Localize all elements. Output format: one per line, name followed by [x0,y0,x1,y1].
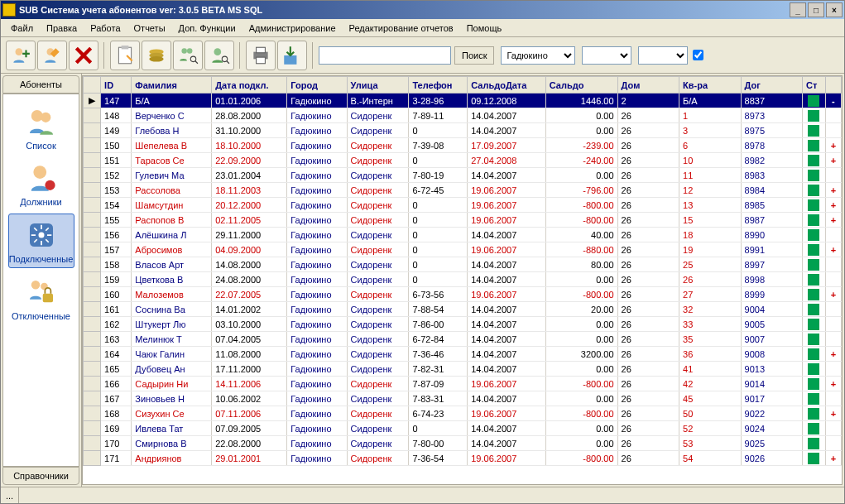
table-row[interactable]: 158Власов Арт14.08.2000ГадюкиноСидоренк0… [84,257,842,272]
table-row[interactable]: 164Чаюк Галин11.08.2000ГадюкиноСидоренк7… [84,347,842,362]
sidebar-item-disconnected[interactable]: Отключенные [8,271,74,324]
cell-flat: 26 [679,272,741,287]
sidebar-item-list[interactable]: Список [8,101,74,154]
cell-date: 18.10.2000 [212,138,287,153]
col-flat[interactable]: Кв-ра [679,77,741,94]
row-indicator [84,347,101,362]
maximize-button[interactable]: □ [808,2,824,17]
table-row[interactable]: 171Андриянов29.01.2001ГадюкиноСидоренк7-… [84,451,842,466]
table-row[interactable]: 161Соснина Ва14.01.2002ГадюкиноСидоренк7… [84,302,842,317]
menu-admin[interactable]: Администрирование [242,21,343,36]
table-row[interactable]: 170Смирнова В22.08.2000ГадюкиноСидоренк7… [84,436,842,451]
col-date[interactable]: Дата подкл. [212,77,287,94]
cell-street: Сидоренк [347,377,409,391]
col-saldo-date[interactable]: СальдоДата [468,77,545,94]
table-row[interactable]: 155Распопов В02.11.2005ГадюкиноСидоренк0… [84,213,842,228]
close-button[interactable]: × [826,2,843,17]
menu-reports[interactable]: Отчеты [127,21,172,36]
table-row[interactable]: ▶147Б/А01.01.2006ГадюкиноВ.-Интерн3-28-9… [84,94,842,108]
cell-date: 07.11.2006 [212,406,287,421]
cell-street: Сидоренк [347,287,409,302]
filter-checkbox[interactable] [693,50,703,60]
cell-flag: + [825,153,841,168]
table-row[interactable]: 168Сизухин Се07.11.2006ГадюкиноСидоренк6… [84,406,842,421]
city-combo[interactable]: Гадюкино [501,46,575,65]
sidebar-item-label: Список [26,141,56,151]
data-grid[interactable]: ID Фамилия Дата подкл. Город Улица Телеф… [82,75,843,485]
cell-house: 26 [617,451,679,466]
delete-button[interactable] [69,41,98,70]
row-indicator [84,421,101,436]
cell-flag: + [825,138,841,153]
cell-flag [825,421,841,436]
table-row[interactable]: 163Мелинюк Т07.04.2005ГадюкиноСидоренк6-… [84,332,842,347]
cell-status [803,213,826,228]
menu-work[interactable]: Работа [84,21,127,36]
search-input[interactable] [319,46,451,65]
menu-edit[interactable]: Правка [40,21,84,36]
table-row[interactable]: 169Ивлева Тат07.09.2005ГадюкиноСидоренк0… [84,421,842,436]
table-row[interactable]: 162Штукерт Лю03.10.2000ГадюкиноСидоренк7… [84,317,842,332]
table-row[interactable]: 157Абросимов04.09.2000ГадюкиноСидоренк01… [84,242,842,257]
sidebar-item-debtors[interactable]: Должники [8,157,74,210]
svg-point-18 [33,166,46,179]
cell-house: 26 [617,153,679,168]
table-row[interactable]: 153Рассолова18.11.2003ГадюкиноСидоренк6-… [84,183,842,198]
col-status[interactable]: Ст [803,77,826,94]
cell-city: Гадюкино [287,272,347,287]
row-indicator [84,377,101,391]
col-street[interactable]: Улица [347,77,409,94]
minimize-button[interactable]: _ [790,2,806,17]
cell-saldo: 40.00 [545,228,617,242]
table-row[interactable]: 166Садырин Ни14.11.2006ГадюкиноСидоренк7… [84,377,842,391]
table-row[interactable]: 151Тарасов Се22.09.2000ГадюкиноСидоренк0… [84,153,842,168]
table-row[interactable]: 167Зиновьев Н10.06.2002ГадюкиноСидоренк7… [84,391,842,406]
print-button[interactable] [246,41,276,70]
table-row[interactable]: 154Шамсутдин20.12.2000ГадюкиноСидоренк01… [84,198,842,213]
cell-status [803,94,826,108]
lock-icon [24,275,59,310]
menu-file[interactable]: Файл [4,21,40,36]
col-saldo[interactable]: Сальдо [545,77,617,94]
sidebar-tab-subscribers[interactable]: Абоненты [2,75,79,94]
sidebar-item-connected[interactable]: Подключенные [8,214,74,268]
col-house[interactable]: Дом [617,77,679,94]
menu-help[interactable]: Помощь [460,21,509,36]
col-city[interactable]: Город [287,77,347,94]
menu-extra[interactable]: Доп. Функции [172,21,242,36]
search-button[interactable]: Поиск [454,46,494,65]
cell-fam: Малоземов [132,287,212,302]
table-row[interactable]: 149Глебова Н31.10.2000ГадюкиноСидоренк01… [84,123,842,138]
cell-date: 28.08.2000 [212,108,287,123]
cell-saldo: 0.00 [545,272,617,287]
table-row[interactable]: 159Цветкова В24.08.2000ГадюкиноСидоренк0… [84,272,842,287]
table-row[interactable]: 156Алёшкина Л29.11.2000ГадюкиноСидоренк0… [84,228,842,242]
col-flag[interactable] [825,77,841,94]
cell-flag [825,302,841,317]
users-search-button[interactable] [173,41,203,70]
table-row[interactable]: 150Шепелева В18.10.2000ГадюкиноСидоренк7… [84,138,842,153]
menu-report-edit[interactable]: Редактирование отчетов [343,21,460,36]
edit-user-button[interactable] [37,41,67,70]
cell-flat: Б/А [679,94,741,108]
table-row[interactable]: 152Гулевич Ма23.01.2004ГадюкиноСидоренк7… [84,168,842,183]
cell-id: 149 [101,123,132,138]
filter2-combo[interactable] [582,46,631,65]
filter3-combo[interactable] [638,46,688,65]
cell-city: Гадюкино [287,362,347,377]
table-row[interactable]: 160Малоземов22.07.2005ГадюкиноСидоренк6-… [84,287,842,302]
cell-city: Гадюкино [287,347,347,362]
col-id[interactable]: ID [101,77,132,94]
col-fam[interactable]: Фамилия [132,77,212,94]
clipboard-button[interactable] [110,41,140,70]
col-phone[interactable]: Телефон [409,77,468,94]
col-contract[interactable]: Дог [741,77,802,94]
user-search-button[interactable] [204,41,234,70]
export-button[interactable] [277,41,307,70]
sidebar-tab-references[interactable]: Справочники [2,467,79,485]
table-row[interactable]: 148Верченко С28.08.2000ГадюкиноСидоренк7… [84,108,842,123]
cell-phone: 0 [409,421,468,436]
add-user-button[interactable] [6,41,36,70]
table-row[interactable]: 165Дубовец Ан17.11.2000ГадюкиноСидоренк7… [84,362,842,377]
money-button[interactable] [142,41,171,70]
